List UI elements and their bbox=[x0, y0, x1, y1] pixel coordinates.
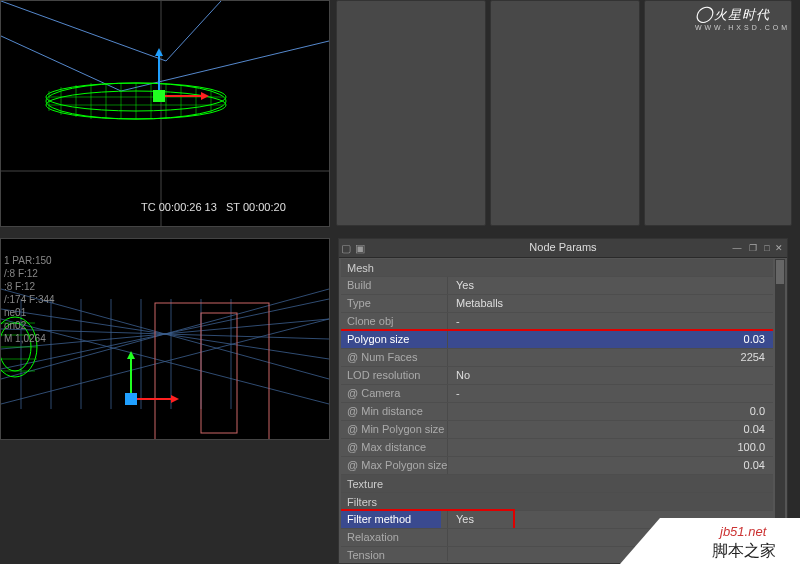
prop-max-polygon-size[interactable]: @ Max Polygon size0.04 bbox=[341, 456, 773, 474]
panel-pin-icon[interactable]: ▣ bbox=[355, 242, 367, 254]
restore-button[interactable]: ❐ bbox=[747, 242, 759, 254]
svg-marker-26 bbox=[155, 48, 163, 56]
svg-rect-27 bbox=[153, 90, 165, 102]
preview-slot[interactable] bbox=[490, 0, 640, 226]
info-line: /:8 F:12 bbox=[4, 267, 55, 280]
section-filters[interactable]: Filters bbox=[341, 492, 773, 510]
prop-num-faces[interactable]: @ Num Faces2254 bbox=[341, 348, 773, 366]
panel-title: Node Params bbox=[529, 241, 596, 253]
svg-marker-24 bbox=[201, 92, 209, 100]
prop-polygon-size[interactable]: Polygon size 0.03 bbox=[341, 330, 773, 348]
section-texture[interactable]: Texture bbox=[341, 474, 773, 492]
svg-rect-44 bbox=[155, 303, 269, 439]
svg-marker-54 bbox=[171, 395, 179, 403]
svg-line-5 bbox=[166, 1, 221, 61]
info-line: 1 PAR:150 bbox=[4, 254, 55, 267]
viewport-info-overlay: 1 PAR:150 /:8 F:12 :8 F:12 /:174 F:344 n… bbox=[4, 254, 55, 345]
svg-text:jb51.net: jb51.net bbox=[718, 524, 768, 539]
svg-rect-45 bbox=[201, 313, 237, 433]
maximize-button[interactable]: □ bbox=[761, 242, 773, 254]
info-line: /:174 F:344 bbox=[4, 293, 55, 306]
section-mesh[interactable]: Mesh bbox=[341, 259, 773, 276]
prop-lod-resolution[interactable]: LOD resolutionNo bbox=[341, 366, 773, 384]
timecode-label: TC 00:00:26 13 bbox=[141, 201, 217, 213]
info-line: :8 F:12 bbox=[4, 280, 55, 293]
scrollbar-vertical[interactable] bbox=[775, 259, 785, 561]
svg-rect-57 bbox=[125, 393, 137, 405]
prop-clone-obj[interactable]: Clone obj- bbox=[341, 312, 773, 330]
info-line: ne01 bbox=[4, 306, 55, 319]
prop-min-polygon-size[interactable]: @ Min Polygon size0.04 bbox=[341, 420, 773, 438]
preview-slot[interactable] bbox=[336, 0, 486, 226]
node-params-panel: ▢ ▣ Node Params — ❐ □ ✕ Mesh BuildYes Ty… bbox=[338, 238, 788, 564]
prop-min-distance[interactable]: @ Min distance0.0 bbox=[341, 402, 773, 420]
prop-type[interactable]: TypeMetaballs bbox=[341, 294, 773, 312]
watermark: jb51.net 脚本之家 bbox=[620, 518, 800, 564]
brand-logo: ◯火星时代 WWW.HXSD.COM bbox=[695, 4, 790, 31]
svg-line-4 bbox=[1, 1, 166, 61]
panel-titlebar[interactable]: ▢ ▣ Node Params — ❐ □ ✕ bbox=[339, 239, 787, 258]
preview-slot[interactable] bbox=[644, 0, 792, 226]
prop-max-distance[interactable]: @ Max distance100.0 bbox=[341, 438, 773, 456]
stoptime-label: ST 00:00:20 bbox=[226, 201, 286, 213]
svg-line-2 bbox=[1, 36, 121, 91]
info-line: M 1,0264 bbox=[4, 332, 55, 345]
panel-menu-icon[interactable]: ▢ bbox=[341, 242, 353, 254]
scrollbar-thumb[interactable] bbox=[776, 260, 784, 284]
svg-text:脚本之家: 脚本之家 bbox=[712, 542, 776, 559]
prop-camera[interactable]: @ Camera- bbox=[341, 384, 773, 402]
prop-build[interactable]: BuildYes bbox=[341, 276, 773, 294]
info-line: on02 bbox=[4, 319, 55, 332]
viewport-front[interactable]: TC 00:00:26 13 ST 00:00:20 bbox=[0, 0, 330, 227]
close-button[interactable]: ✕ bbox=[773, 242, 785, 254]
minimize-button[interactable]: — bbox=[731, 242, 743, 254]
